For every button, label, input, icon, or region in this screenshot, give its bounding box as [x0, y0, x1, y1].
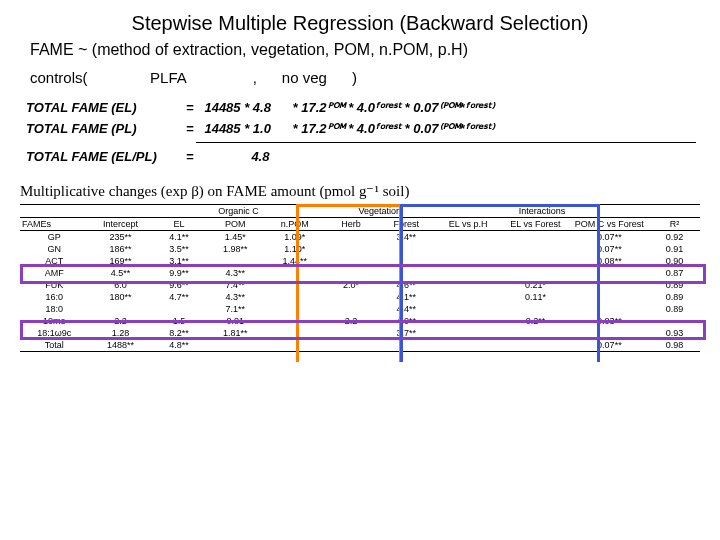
col-hdr: EL vs p.H — [435, 218, 501, 231]
table-cell — [325, 231, 378, 244]
table-cell — [570, 279, 649, 291]
table-cell — [325, 339, 378, 352]
table-cell: 4.6** — [378, 279, 435, 291]
table-cell: AMF — [20, 267, 88, 279]
table-cell — [265, 291, 325, 303]
table-cell: 0.2** — [501, 315, 569, 327]
table-cell: 0.92 — [649, 231, 700, 244]
table-row: AMF4.5**9.9**4.3**0.87 — [20, 267, 700, 279]
table-cell: 0.89 — [649, 291, 700, 303]
table-cell — [205, 255, 265, 267]
table-cell: 0.07** — [570, 243, 649, 255]
grp-organic-c: Organic C — [152, 205, 324, 218]
table-cell: 1.09* — [265, 231, 325, 244]
table-cell — [501, 231, 569, 244]
table-cell: 3.5** — [152, 243, 205, 255]
col-hdr: EL vs Forest — [501, 218, 569, 231]
table-row: FUK6.09.6**7.4**2.0*4.6**0.21*0.89 — [20, 279, 700, 291]
table-cell — [265, 267, 325, 279]
table-cell: ACT — [20, 255, 88, 267]
table-cell — [325, 327, 378, 339]
table-row: ACT169**3.1**1.44**0.08**0.90 — [20, 255, 700, 267]
table-cell: 1.5 — [152, 315, 205, 327]
table-cell — [501, 255, 569, 267]
eq-row-ratio: TOTAL FAME (EL/PL) = 4.8 — [26, 149, 700, 164]
table-cell: 4.1** — [378, 291, 435, 303]
model-formula: FAME ~ (method of extraction, vegetation… — [30, 41, 700, 59]
table-cell: GN — [20, 243, 88, 255]
table-cell: 6.0 — [88, 279, 152, 291]
table-cell — [435, 327, 501, 339]
table-cell: 0.90 — [649, 255, 700, 267]
table-row: 16:0180**4.7**4.3**4.1**0.11*0.89 — [20, 291, 700, 303]
table-cell — [325, 303, 378, 315]
table-group-row: Organic C Vegetation Interactions — [20, 205, 700, 218]
table-cell — [378, 255, 435, 267]
table-cell: 0.93 — [649, 327, 700, 339]
grp-interactions: Interactions — [435, 205, 649, 218]
table-cell: FUK — [20, 279, 88, 291]
table-cell — [205, 339, 265, 352]
table-cell: 8.2** — [152, 327, 205, 339]
eq-body-pl: = 14485 * 1.0 * 17.2ᴾᴼᴹ * 4.0ᶠᵒʳᵉˢᵗ * 0.… — [186, 121, 494, 136]
table-cell: 9.9** — [152, 267, 205, 279]
table-cell — [435, 231, 501, 244]
table-cell — [435, 315, 501, 327]
table-cell: 1.28 — [88, 327, 152, 339]
table-cell — [570, 291, 649, 303]
table-cell: 1.98** — [205, 243, 265, 255]
table-row: 10me2.21.50.812.24.0**0.2**0.03**- — [20, 315, 700, 327]
table-header-row: FAMEs Intercept EL POM n.POM Herb Forest… — [20, 218, 700, 231]
table-cell: 18:0 — [20, 303, 88, 315]
table-cell: 7.4** — [205, 279, 265, 291]
col-hdr: POM C vs Forest — [570, 218, 649, 231]
table-cell: 4.5** — [88, 267, 152, 279]
table-cell — [265, 327, 325, 339]
table-cell: 3.1** — [152, 255, 205, 267]
table-cell: 0.89 — [649, 279, 700, 291]
table-cell: 4.8** — [152, 339, 205, 352]
table-cell: 4.7** — [152, 291, 205, 303]
results-table: Organic C Vegetation Interactions FAMEs … — [20, 204, 700, 352]
table-cell — [265, 339, 325, 352]
table-cell: 2.0* — [325, 279, 378, 291]
col-hdr: EL — [152, 218, 205, 231]
table-cell: 10me — [20, 315, 88, 327]
table-cell: 18:1ω9c — [20, 327, 88, 339]
table-cell — [570, 267, 649, 279]
table-cell — [378, 267, 435, 279]
close-paren: ) — [352, 69, 357, 86]
plfa-label: PLFA — [150, 69, 186, 86]
col-hdr: Forest — [378, 218, 435, 231]
table-cell: 0.21* — [501, 279, 569, 291]
table-cell — [435, 303, 501, 315]
table-cell — [325, 267, 378, 279]
table-cell — [435, 291, 501, 303]
eq-label-el: TOTAL FAME (EL) — [26, 100, 186, 115]
table-cell: 235** — [88, 231, 152, 244]
table-cell: 4.3** — [205, 291, 265, 303]
table-cell — [88, 303, 152, 315]
eq-label-pl: TOTAL FAME (PL) — [26, 121, 186, 136]
table-cell: 0.98 — [649, 339, 700, 352]
table-cell: 169** — [88, 255, 152, 267]
table-cell: 0.91 — [649, 243, 700, 255]
table-wrap: Organic C Vegetation Interactions FAMEs … — [20, 204, 700, 352]
equations: TOTAL FAME (EL) = 14485 * 4.8 * 17.2ᴾᴼᴹ … — [26, 100, 700, 164]
table-cell: 1.10* — [265, 243, 325, 255]
table-cell: 0.11* — [501, 291, 569, 303]
table-cell: 186** — [88, 243, 152, 255]
table-cell — [501, 267, 569, 279]
grp-vegetation: Vegetation — [325, 205, 435, 218]
col-hdr: Intercept — [88, 218, 152, 231]
table-cell: 0.08** — [570, 255, 649, 267]
eq-body-ratio: = 4.8 — [186, 149, 269, 164]
noveg-label: no veg — [282, 69, 327, 86]
table-cell: 4.1** — [152, 231, 205, 244]
table-cell: Total — [20, 339, 88, 352]
page-title: Stepwise Multiple Regression (Backward S… — [20, 12, 700, 35]
table-cell: 0.07** — [570, 231, 649, 244]
table-cell: 180** — [88, 291, 152, 303]
table-cell — [378, 339, 435, 352]
eq-label-ratio: TOTAL FAME (EL/PL) — [26, 149, 186, 164]
